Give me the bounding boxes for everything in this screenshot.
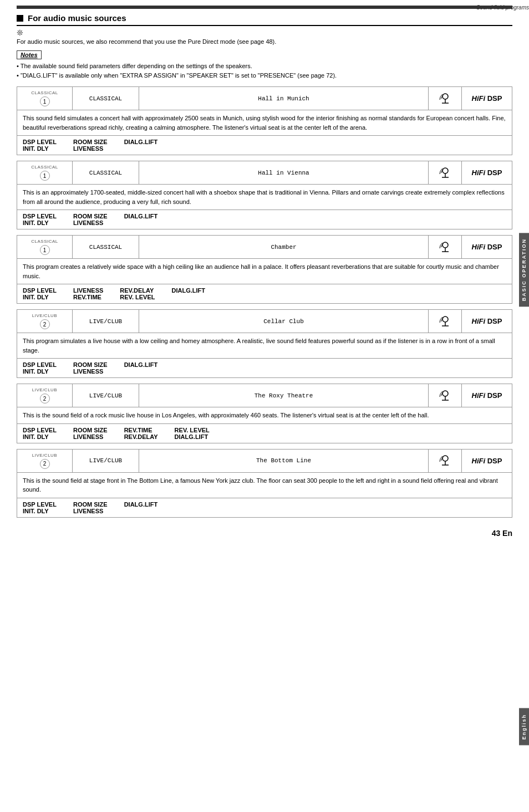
english-side-label: English (519, 708, 529, 745)
speaker-icon-2 (429, 161, 462, 184)
param-dsp-level-6: DSP LEVEL INIT. DLY (23, 501, 57, 514)
param-liveness-3: LIVENESS REV.TIME (73, 287, 103, 300)
dsp-label-4: HiFi DSP (462, 310, 512, 333)
svg-point-0 (442, 94, 448, 99)
section-title: For audio music sources (28, 13, 126, 23)
program-header-row-4: LIVE/CLUB 2 LIVE/CLUB Cellar Club HiFi D… (17, 310, 512, 333)
venue-5: The Roxy Theatre (139, 384, 429, 407)
notes-label: Notes (17, 50, 42, 59)
program-block-6: LIVE/CLUB 2 LIVE/CLUB The Bottom Line Hi… (17, 449, 512, 518)
program-header-row-1: CLASSICAL 1 CLASSICAL Hall in Munich HiF… (17, 87, 512, 110)
param-dialg-4: DIALG.LIFT (124, 361, 158, 375)
category-label-2: CLASSICAL (31, 165, 58, 170)
program-header-row-6: LIVE/CLUB 2 LIVE/CLUB The Bottom Line Hi… (17, 450, 512, 473)
param-room-size-5: ROOM SIZE LIVENESS (73, 427, 108, 440)
prog-name-4: LIVE/CLUB (73, 310, 139, 333)
category-num-6: 2 (40, 459, 50, 469)
prog-name-2: CLASSICAL (73, 161, 139, 184)
params-row-5: DSP LEVEL INIT. DLY ROOM SIZE LIVENESS R… (17, 424, 512, 443)
description-4: This program simulates a live house with… (17, 333, 512, 359)
program-block-1: CLASSICAL 1 CLASSICAL Hall in Munich HiF… (17, 86, 512, 155)
prog-name-6: LIVE/CLUB (73, 450, 139, 472)
param-dialg-2: DIALG.LIFT (124, 213, 158, 226)
svg-point-15 (442, 456, 448, 461)
side-labels: BASIC OPERATION (519, 233, 529, 309)
description-1: This sound field simulates a concert hal… (17, 110, 512, 136)
venue-6: The Bottom Line (139, 450, 429, 472)
note-1: • The available sound field parameters d… (17, 62, 512, 71)
dsp-label-1: HiFi DSP (462, 87, 512, 110)
params-row-6: DSP LEVEL INIT. DLY ROOM SIZE LIVENESS D… (17, 498, 512, 517)
param-dialg-1: DIALG.LIFT (124, 139, 158, 152)
svg-point-3 (442, 168, 448, 173)
category-label-3: CLASSICAL (31, 239, 58, 244)
svg-point-9 (442, 316, 448, 322)
param-room-size-1: ROOM SIZE LIVENESS (73, 139, 108, 152)
program-block-4: LIVE/CLUB 2 LIVE/CLUB Cellar Club HiFi D… (17, 309, 512, 378)
dsp-label-5: HiFi DSP (462, 384, 512, 407)
program-block-2: CLASSICAL 1 CLASSICAL Hall in Vienna HiF… (17, 161, 512, 229)
param-dsp-level-3: DSP LEVEL INIT. DLY (23, 287, 57, 300)
param-rev-level-5: REV. LEVEL DIALG.LIFT (175, 427, 210, 440)
param-room-size-6: ROOM SIZE LIVENESS (73, 501, 108, 514)
params-row-1: DSP LEVEL INIT. DLY ROOM SIZE LIVENESS D… (17, 136, 512, 155)
params-row-3: DSP LEVEL INIT. DLY LIVENESS REV.TIME RE… (17, 284, 512, 303)
category-num-2: 1 (40, 171, 50, 181)
venue-2: Hall in Vienna (139, 161, 429, 184)
category-label-4: LIVE/CLUB (32, 313, 57, 318)
param-dsp-level-4: DSP LEVEL INIT. DLY (23, 361, 57, 375)
param-room-size-4: ROOM SIZE LIVENESS (73, 361, 108, 375)
prog-name-5: LIVE/CLUB (73, 384, 139, 407)
speaker-icon-4 (429, 310, 462, 333)
category-cell-3: CLASSICAL 1 (17, 236, 73, 258)
description-5: This is the sound field of a rock music … (17, 407, 512, 424)
description-3: This program creates a relatively wide s… (17, 259, 512, 284)
english-label: English (519, 708, 529, 745)
program-block-3: CLASSICAL 1 CLASSICAL Chamber HiFi DSP T… (17, 235, 512, 304)
dsp-label-6: HiFi DSP (462, 450, 512, 472)
category-cell-4: LIVE/CLUB 2 (17, 310, 73, 333)
section-header: For audio music sources (17, 13, 512, 26)
params-row-4: DSP LEVEL INIT. DLY ROOM SIZE LIVENESS D… (17, 359, 512, 377)
page-number: 43 En (492, 529, 512, 538)
description-2: This is an approximately 1700-seated, mi… (17, 185, 512, 210)
section-icon (17, 15, 23, 22)
category-label-6: LIVE/CLUB (32, 453, 57, 458)
param-dsp-level-5: DSP LEVEL INIT. DLY (23, 427, 57, 440)
category-cell-1: CLASSICAL 1 (17, 87, 73, 110)
program-header-row-2: CLASSICAL 1 CLASSICAL Hall in Vienna HiF… (17, 161, 512, 185)
description-6: This is the sound field at stage front i… (17, 473, 512, 498)
venue-1: Hall in Munich (139, 87, 429, 110)
param-dsp-level-2: DSP LEVEL INIT. DLY (23, 213, 57, 226)
program-header-row-3: CLASSICAL 1 CLASSICAL Chamber HiFi DSP (17, 236, 512, 259)
category-num-4: 2 (40, 319, 50, 329)
svg-point-12 (442, 391, 448, 396)
category-cell-6: LIVE/CLUB 2 (17, 450, 73, 472)
param-rev-delay-3: REV.DELAY REV. LEVEL (120, 287, 155, 300)
category-label-5: LIVE/CLUB (32, 387, 57, 392)
speaker-icon-6 (429, 450, 462, 472)
category-num-3: 1 (40, 245, 50, 255)
program-header-row-5: LIVE/CLUB 2 LIVE/CLUB The Roxy Theatre H… (17, 384, 512, 407)
prog-name-3: CLASSICAL (73, 236, 139, 258)
param-room-size-2: ROOM SIZE LIVENESS (73, 213, 108, 226)
program-block-5: LIVE/CLUB 2 LIVE/CLUB The Roxy Theatre H… (17, 384, 512, 443)
svg-point-6 (442, 242, 448, 248)
category-label-1: CLASSICAL (31, 90, 58, 95)
speaker-icon-3 (429, 236, 462, 258)
category-num-5: 2 (40, 394, 50, 404)
pure-direct-icon: ❊ (17, 28, 512, 37)
page: Sound field programs For audio music sou… (0, 0, 529, 812)
param-dsp-level-1: DSP LEVEL INIT. DLY (23, 139, 57, 152)
speaker-icon-5 (429, 384, 462, 407)
top-bar (17, 6, 512, 9)
param-dialg-3: DIALG.LIFT (172, 287, 206, 300)
dsp-label-3: HiFi DSP (462, 236, 512, 258)
dsp-label-2: HiFi DSP (462, 161, 512, 184)
param-rev-time-5: REV.TIME REV.DELAY (124, 427, 158, 440)
category-cell-5: LIVE/CLUB 2 (17, 384, 73, 407)
intro-text: For audio music sources, we also recomme… (17, 38, 512, 45)
params-row-2: DSP LEVEL INIT. DLY ROOM SIZE LIVENESS D… (17, 210, 512, 229)
page-number-row: 43 En (17, 529, 512, 538)
top-right-label: Sound field programs (476, 4, 529, 11)
